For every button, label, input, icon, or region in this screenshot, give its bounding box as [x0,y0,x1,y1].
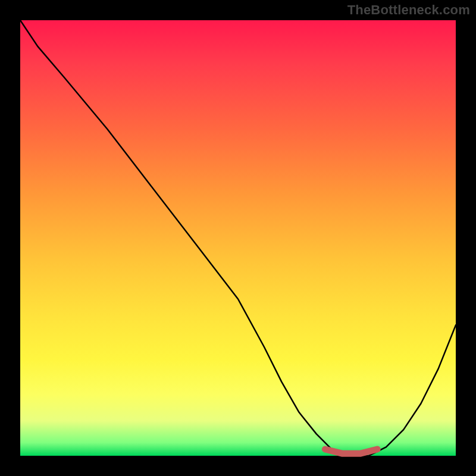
optimal-range-marker [325,449,377,453]
bottleneck-curve [20,20,456,456]
curve-layer [20,20,456,456]
chart-frame: TheBottleneck.com [0,0,476,476]
attribution-text: TheBottleneck.com [347,2,470,18]
plot-area [20,20,456,456]
